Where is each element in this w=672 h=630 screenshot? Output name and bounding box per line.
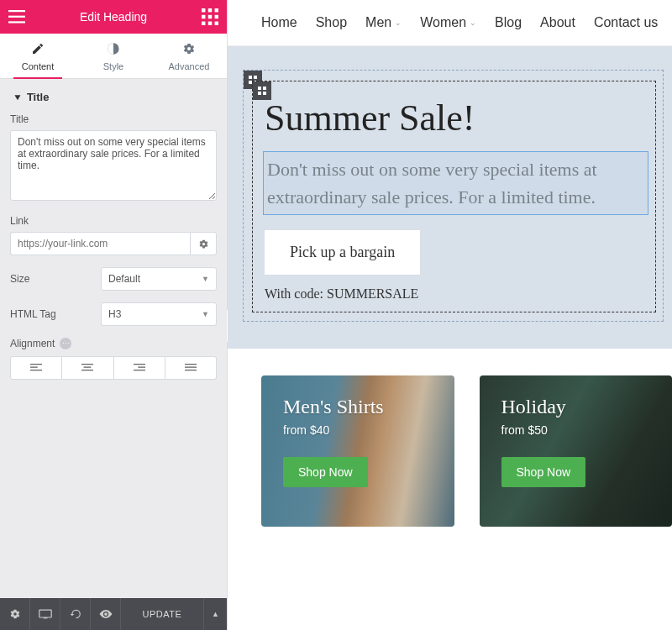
hero-cta-button[interactable]: Pick up a bargain xyxy=(265,230,420,275)
responsive-icon[interactable] xyxy=(30,598,60,630)
svg-rect-32 xyxy=(263,87,266,90)
section-wrapper[interactable]: Summer Sale! Don't miss out on some very… xyxy=(243,70,664,322)
svg-rect-34 xyxy=(263,92,266,95)
responsive-hint-icon[interactable]: ⋯ xyxy=(60,338,71,349)
svg-rect-11 xyxy=(215,22,218,25)
hero-section: Summer Sale! Don't miss out on some very… xyxy=(228,46,672,349)
column-wrapper[interactable]: Summer Sale! Don't miss out on some very… xyxy=(252,81,656,312)
svg-rect-4 xyxy=(208,8,212,12)
settings-icon[interactable] xyxy=(0,598,30,630)
title-label: Title xyxy=(10,113,217,125)
editor-tabs: Content Style Advanced xyxy=(0,34,227,79)
site-nav: Home Shop Men⌄ Women⌄ Blog About Contact… xyxy=(228,0,672,46)
field-html-tag: HTML Tag H3 ▼ xyxy=(10,302,217,326)
svg-rect-7 xyxy=(208,15,212,18)
title-input[interactable]: Don't miss out on some very special item… xyxy=(10,130,217,201)
card-subtitle: from $50 xyxy=(501,423,651,437)
align-justify-button[interactable] xyxy=(165,356,217,380)
field-title: Title Don't miss out on some very specia… xyxy=(10,113,217,203)
nav-shop[interactable]: Shop xyxy=(316,15,347,30)
alignment-label: Alignment xyxy=(10,338,55,349)
nav-women[interactable]: Women⌄ xyxy=(420,15,476,30)
align-right-button[interactable] xyxy=(114,356,165,380)
section-title-toggle[interactable]: ▼ Title xyxy=(10,79,217,113)
nav-blog[interactable]: Blog xyxy=(495,15,522,30)
size-value: Default xyxy=(108,273,140,285)
svg-rect-1 xyxy=(8,16,25,18)
caret-down-icon: ▼ xyxy=(13,92,23,102)
preview-icon[interactable] xyxy=(91,598,121,630)
hero-heading[interactable]: Summer Sale! xyxy=(265,97,648,139)
svg-rect-27 xyxy=(249,76,252,79)
hero-code-text[interactable]: With code: SUMMERSALE xyxy=(265,286,648,302)
html-tag-select[interactable]: H3 ▼ xyxy=(101,302,217,326)
shop-now-button[interactable]: Shop Now xyxy=(283,457,368,487)
link-label: Link xyxy=(10,215,217,227)
product-card-mens-shirts[interactable]: Men's Shirts from $40 Shop Now xyxy=(261,375,454,527)
caret-down-icon: ▼ xyxy=(202,310,209,318)
link-options-button[interactable] xyxy=(190,232,217,255)
card-title: Men's Shirts xyxy=(283,396,433,418)
tab-content[interactable]: Content xyxy=(0,34,76,78)
align-center-button[interactable] xyxy=(62,356,113,380)
menu-icon[interactable] xyxy=(8,8,25,25)
shop-now-button[interactable]: Shop Now xyxy=(501,457,586,487)
hero-subheading-selected[interactable]: Don't miss out on some very special item… xyxy=(263,151,648,215)
card-subtitle: from $40 xyxy=(283,423,433,437)
section-title: Title xyxy=(27,91,50,103)
column-edit-handle[interactable] xyxy=(253,81,271,100)
svg-rect-5 xyxy=(215,8,218,12)
nav-about[interactable]: About xyxy=(540,15,575,30)
editor-sidebar: Edit Heading Content Style Advanced ▼ Ti… xyxy=(0,0,228,630)
update-button[interactable]: UPDATE xyxy=(121,609,203,619)
nav-men[interactable]: Men⌄ xyxy=(365,15,402,30)
tab-label: Content xyxy=(0,61,76,71)
editor-topbar: Edit Heading xyxy=(0,0,227,34)
tab-label: Style xyxy=(76,61,151,71)
products-row: Men's Shirts from $40 Shop Now Holiday f… xyxy=(228,349,672,527)
nav-contact[interactable]: Contact us xyxy=(594,15,658,30)
tab-style[interactable]: Style xyxy=(76,34,151,78)
panel-content: ▼ Title Title Don't miss out on some ver… xyxy=(0,79,227,391)
nav-home[interactable]: Home xyxy=(261,15,297,30)
size-label: Size xyxy=(10,273,29,285)
chevron-down-icon: ⌄ xyxy=(395,18,402,27)
svg-rect-3 xyxy=(202,8,205,12)
link-input[interactable] xyxy=(10,232,190,255)
field-alignment: Alignment ⋯ xyxy=(10,338,217,380)
svg-rect-31 xyxy=(258,87,261,90)
svg-rect-2 xyxy=(8,22,25,24)
field-size: Size Default ▼ xyxy=(10,267,217,291)
svg-rect-28 xyxy=(254,76,257,79)
widgets-grid-icon[interactable] xyxy=(202,8,218,25)
svg-rect-10 xyxy=(208,22,212,25)
tab-advanced[interactable]: Advanced xyxy=(151,34,227,78)
html-tag-value: H3 xyxy=(108,308,121,320)
history-icon[interactable] xyxy=(60,598,91,630)
field-link: Link xyxy=(10,215,217,255)
editor-title: Edit Heading xyxy=(80,10,147,24)
align-left-button[interactable] xyxy=(10,356,62,380)
svg-rect-33 xyxy=(258,92,261,95)
svg-rect-8 xyxy=(215,15,218,18)
chevron-down-icon: ⌄ xyxy=(470,18,476,27)
caret-down-icon: ▼ xyxy=(202,275,209,283)
tab-label: Advanced xyxy=(151,61,227,71)
product-card-holiday[interactable]: Holiday from $50 Shop Now xyxy=(480,375,673,527)
editor-bottombar: UPDATE ▲ xyxy=(0,598,227,630)
svg-rect-25 xyxy=(39,610,50,617)
update-more-button[interactable]: ▲ xyxy=(203,598,227,630)
card-title: Holiday xyxy=(501,396,651,418)
size-select[interactable]: Default ▼ xyxy=(101,267,217,291)
svg-rect-6 xyxy=(202,15,205,18)
svg-rect-9 xyxy=(202,22,205,25)
svg-rect-0 xyxy=(8,10,25,12)
preview-canvas: Home Shop Men⌄ Women⌄ Blog About Contact… xyxy=(228,0,672,630)
html-tag-label: HTML Tag xyxy=(10,308,56,320)
